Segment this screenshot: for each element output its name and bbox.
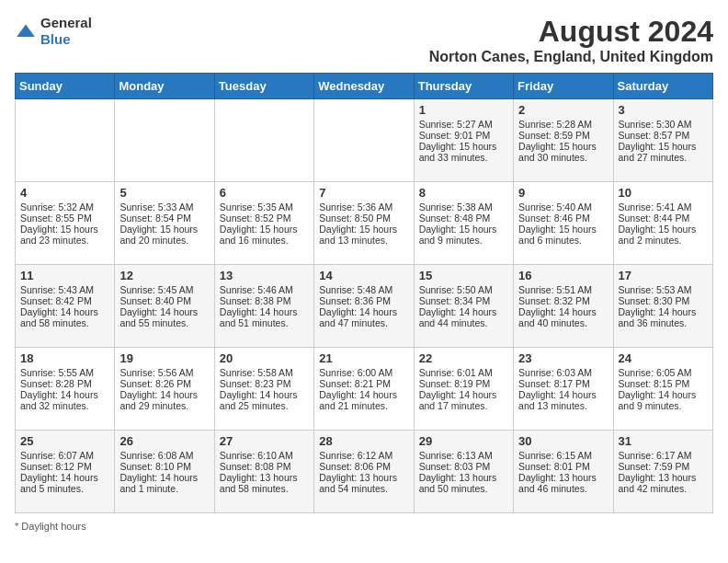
table-row: 14Sunrise: 5:48 AMSunset: 8:36 PMDayligh… [314,265,414,348]
table-row: 1Sunrise: 5:27 AMSunset: 9:01 PMDaylight… [414,99,513,182]
daylight: Daylight: 14 hours and 13 minutes. [518,389,597,411]
day-number: 16 [518,269,608,282]
sunset: Sunset: 8:01 PM [518,461,590,472]
daylight: Daylight: 15 hours and 6 minutes. [518,224,597,246]
daylight: Daylight: 14 hours and 9 minutes. [619,389,697,411]
daylight: Daylight: 14 hours and 29 minutes. [119,389,198,411]
table-row: 4Sunrise: 5:32 AMSunset: 8:55 PMDaylight… [16,182,115,265]
day-number: 26 [119,434,209,448]
calendar-header: Sunday Monday Tuesday Wednesday Thursday… [16,74,713,99]
sunrise: Sunrise: 6:17 AM [619,450,692,461]
logo-general: General [40,15,92,30]
day-number: 5 [119,186,209,200]
sunset: Sunset: 8:21 PM [319,378,391,389]
table-row: 12Sunrise: 5:45 AMSunset: 8:40 PMDayligh… [115,265,214,348]
table-row: 2Sunrise: 5:28 AMSunset: 8:59 PMDaylight… [514,99,613,182]
sunset: Sunset: 8:44 PM [619,213,690,224]
col-wednesday: Wednesday [314,74,414,99]
day-number: 9 [518,186,608,200]
daylight: Daylight: 14 hours and 17 minutes. [419,389,497,411]
main-title: August 2024 [429,15,713,49]
day-number: 19 [119,351,209,365]
table-row: 19Sunrise: 5:56 AMSunset: 8:26 PMDayligh… [115,348,214,431]
daylight: Daylight: 14 hours and 36 minutes. [619,306,697,328]
sunset: Sunset: 8:19 PM [419,378,491,389]
sunrise: Sunrise: 5:36 AM [319,201,392,213]
logo-icon [15,23,37,40]
sunrise: Sunrise: 6:10 AM [220,450,293,461]
sunset: Sunset: 8:10 PM [119,461,191,472]
day-number: 12 [119,269,209,282]
sunset: Sunset: 8:30 PM [619,295,690,306]
calendar-table: Sunday Monday Tuesday Wednesday Thursday… [15,73,713,513]
col-thursday: Thursday [414,74,513,99]
sunset: Sunset: 8:36 PM [319,295,391,306]
day-number: 6 [220,186,309,200]
day-number: 30 [518,434,608,448]
sunset: Sunset: 7:59 PM [619,461,690,472]
daylight: Daylight: 15 hours and 16 minutes. [220,224,298,246]
table-row: 10Sunrise: 5:41 AMSunset: 8:44 PMDayligh… [613,182,712,265]
table-row: 5Sunrise: 5:33 AMSunset: 8:54 PMDaylight… [115,182,214,265]
day-number: 14 [319,269,408,282]
sunset: Sunset: 8:55 PM [20,213,92,224]
daylight: Daylight: 14 hours and 25 minutes. [220,389,298,411]
daylight: Daylight: 14 hours and 32 minutes. [20,389,98,411]
sunset: Sunset: 8:57 PM [619,130,690,141]
day-number: 22 [419,351,508,365]
sunset: Sunset: 8:26 PM [119,378,191,389]
sunrise: Sunrise: 6:12 AM [319,450,392,461]
table-row: 20Sunrise: 5:58 AMSunset: 8:23 PMDayligh… [214,348,313,431]
col-tuesday: Tuesday [214,74,313,99]
day-number: 18 [20,351,109,365]
daylight: Daylight: 14 hours and 44 minutes. [419,306,497,328]
daylight: Daylight: 13 hours and 42 minutes. [619,472,697,494]
sunrise: Sunrise: 6:01 AM [419,367,493,378]
sunset: Sunset: 8:46 PM [518,213,590,224]
table-row: 8Sunrise: 5:38 AMSunset: 8:48 PMDaylight… [414,182,513,265]
table-row: 23Sunrise: 6:03 AMSunset: 8:17 PMDayligh… [514,348,613,431]
daylight: Daylight: 14 hours and 51 minutes. [220,306,298,328]
table-row: 11Sunrise: 5:43 AMSunset: 8:42 PMDayligh… [16,265,115,348]
col-sunday: Sunday [16,74,115,99]
daylight: Daylight: 15 hours and 9 minutes. [419,224,497,246]
table-row: 22Sunrise: 6:01 AMSunset: 8:19 PMDayligh… [414,348,513,431]
subtitle: Norton Canes, England, United Kingdom [429,49,713,65]
logo: General Blue [15,15,92,48]
sunrise: Sunrise: 5:38 AM [419,201,493,213]
sunset: Sunset: 8:15 PM [619,378,690,389]
logo-text: General Blue [40,15,92,48]
title-block: August 2024 Norton Canes, England, Unite… [429,15,713,65]
sunset: Sunset: 8:48 PM [419,213,491,224]
day-number: 29 [419,434,508,448]
daylight: Daylight: 13 hours and 46 minutes. [518,472,597,494]
sunset: Sunset: 8:23 PM [220,378,291,389]
table-row: 16Sunrise: 5:51 AMSunset: 8:32 PMDayligh… [514,265,613,348]
table-row: 31Sunrise: 6:17 AMSunset: 7:59 PMDayligh… [613,431,712,513]
sunrise: Sunrise: 6:07 AM [20,450,94,461]
day-number: 28 [319,434,408,448]
sunrise: Sunrise: 6:13 AM [419,450,493,461]
daylight: Daylight: 14 hours and 47 minutes. [319,306,397,328]
day-number: 23 [518,351,608,365]
sunrise: Sunrise: 5:45 AM [119,284,193,295]
daylight: Daylight: 14 hours and 40 minutes. [518,306,597,328]
table-row: 27Sunrise: 6:10 AMSunset: 8:08 PMDayligh… [214,431,313,513]
daylight: Daylight: 14 hours and 55 minutes. [119,306,198,328]
col-monday: Monday [115,74,214,99]
table-row: 17Sunrise: 5:53 AMSunset: 8:30 PMDayligh… [613,265,712,348]
table-row: 28Sunrise: 6:12 AMSunset: 8:06 PMDayligh… [314,431,414,513]
table-row: 30Sunrise: 6:15 AMSunset: 8:01 PMDayligh… [514,431,613,513]
daylight: Daylight: 13 hours and 58 minutes. [220,472,298,494]
day-number: 1 [419,103,508,117]
sunset: Sunset: 8:28 PM [20,378,92,389]
sunrise: Sunrise: 5:27 AM [419,119,493,130]
table-row: 25Sunrise: 6:07 AMSunset: 8:12 PMDayligh… [16,431,115,513]
day-number: 17 [619,269,708,282]
sunrise: Sunrise: 5:33 AM [119,201,193,213]
footer-text: Daylight hours [21,521,85,532]
day-number: 11 [20,269,109,282]
logo-blue: Blue [40,31,71,47]
sunrise: Sunrise: 5:55 AM [20,367,94,378]
daylight: Daylight: 14 hours and 58 minutes. [20,306,98,328]
